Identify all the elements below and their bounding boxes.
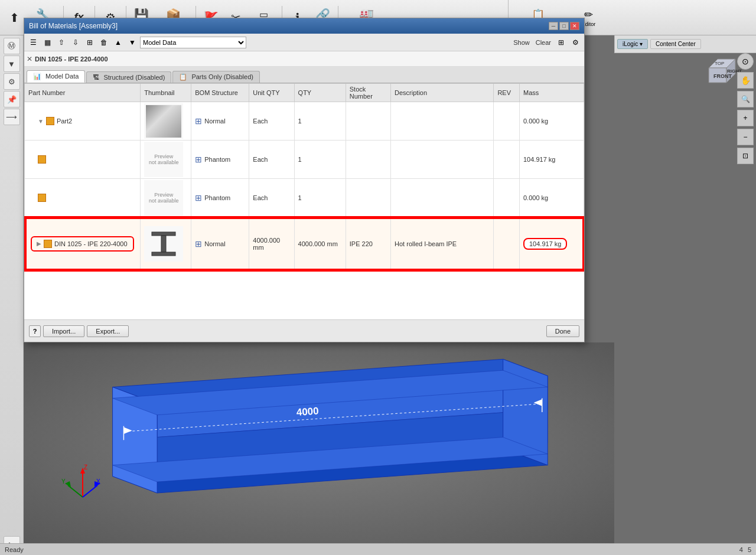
bom-type-dropdown[interactable]: Model Data Structured Parts Only (140, 37, 246, 48)
tb-grid-btn[interactable]: ▦ (41, 36, 54, 49)
dialog-maximize-button[interactable]: □ (559, 22, 569, 30)
thumbnail-ibeam (144, 226, 183, 262)
tb-list-btn[interactable]: ☰ (27, 36, 40, 49)
tab-structured[interactable]: 🏗 Structured (Disabled) (86, 71, 171, 83)
done-button[interactable]: Done (546, 325, 579, 337)
ibeam-svg (149, 229, 178, 259)
table-row[interactable]: Previewnot available ⊞ Phantom Each 1 (25, 141, 584, 179)
zoom-button[interactable]: 🔍 (737, 91, 754, 107)
thumbnail-gradient (144, 103, 183, 139)
table-row[interactable]: Previewnot available ⊞ Phantom Each 1 (25, 179, 584, 217)
structured-icon: 🏗 (93, 74, 99, 81)
update-icon: ⬆ (9, 11, 19, 25)
fit-all-button[interactable]: ⊡ (737, 148, 754, 164)
tb-columns-btn[interactable]: ⊞ (555, 36, 568, 49)
cell-unit-qty: Each (249, 102, 294, 141)
ilogic-tab[interactable]: iLogic ▾ (617, 39, 648, 49)
cell-thumbnail (141, 102, 191, 141)
content-center-tab[interactable]: Content Center (650, 39, 701, 49)
part-icon-selected (44, 240, 52, 248)
model-data-icon: 📊 (33, 73, 41, 80)
status-right: 4 5 (739, 546, 751, 553)
filter-value: DIN 1025 - IPE 220-4000 (35, 56, 108, 63)
tb-settings-btn[interactable]: ⚙ (569, 36, 582, 49)
cell-mass: 0.000 kg (519, 179, 584, 217)
export-button[interactable]: Export... (87, 325, 129, 337)
tab-parts-only[interactable]: 📋 Parts Only (Disabled) (172, 71, 260, 83)
coordinate-axes: Z Y X (59, 459, 106, 508)
mass-highlight-badge: 104.917 kg (523, 238, 567, 250)
dialog-minimize-button[interactable]: ─ (549, 22, 558, 30)
editor-icon: ✏ (584, 8, 593, 21)
tb-sort-asc-btn[interactable]: ⇧ (55, 36, 68, 49)
update-button[interactable]: ⬆ (2, 9, 26, 26)
tb-delete-btn[interactable]: 🗑 (97, 36, 110, 49)
cell-bom-structure: ⊞ Normal (191, 102, 249, 141)
part2-thumbnail (146, 105, 181, 138)
tb-filter-btn[interactable]: ⊞ (83, 36, 96, 49)
pan-button[interactable]: ✋ (737, 72, 754, 89)
dialog-close-button[interactable]: ✕ (570, 22, 579, 30)
svg-rect-2 (152, 252, 175, 256)
col-bom-structure: BOM Structure (191, 84, 249, 102)
sidebar-model-btn[interactable]: Ⓜ (4, 38, 20, 54)
sidebar-tool3-btn[interactable]: ⟶ (4, 109, 20, 125)
col-part-number: Part Number (25, 84, 141, 102)
clear-button[interactable]: Clear (533, 39, 553, 46)
viewport-controls: ⊙ ✋ 🔍 + − ⊡ (737, 53, 754, 164)
bom-table: Part Number Thumbnail BOM Structure Unit… (24, 83, 584, 270)
cell-rev (494, 102, 520, 141)
zoom-out-button[interactable]: − (737, 129, 754, 145)
statusbar: Ready 4 5 (0, 543, 756, 555)
cell-description (391, 141, 494, 179)
filter-search-icon: ✕ (27, 55, 32, 63)
show-button[interactable]: Show (511, 39, 532, 46)
sidebar-filter-btn[interactable]: ▼ (4, 56, 20, 72)
cell-rev (494, 141, 520, 179)
filter-bar: ✕ DIN 1025 - IPE 220-4000 (24, 51, 584, 67)
bom-table-container: Part Number Thumbnail BOM Structure Unit… (24, 83, 584, 319)
tb-move-down-btn[interactable]: ▼ (126, 36, 139, 49)
sidebar-tool2-btn[interactable]: 📌 (4, 91, 20, 107)
cell-rev-selected (494, 217, 520, 270)
import-button[interactable]: Import... (43, 325, 84, 337)
sidebar-tool1-btn[interactable]: ⚙ (4, 73, 20, 90)
cell-description-selected: Hot rolled I-beam IPE (391, 217, 494, 270)
expand-icon[interactable]: ▼ (38, 118, 44, 125)
col-description: Description (391, 84, 494, 102)
part-icon (38, 194, 46, 202)
footer-left: ? Import... Export... (29, 325, 129, 337)
cell-unit-qty: Each (249, 141, 294, 179)
bom-icon: ⊞ (195, 155, 202, 164)
cell-thumbnail: Previewnot available (141, 179, 191, 217)
footer-right: Done (546, 325, 579, 337)
cell-bom-structure-selected: ⊞ Normal (191, 217, 249, 270)
bom-icon-selected: ⊞ (195, 239, 202, 249)
svg-text:Y: Y (61, 478, 66, 485)
svg-line-26 (68, 485, 83, 497)
table-row-selected[interactable]: ▶ DIN 1025 - IPE 220-4000 (25, 217, 584, 270)
tab-model-data[interactable]: 📊 Model Data (27, 70, 85, 83)
parts-only-icon: 📋 (179, 73, 187, 80)
svg-text:FRONT: FRONT (713, 73, 732, 79)
cell-bom-structure: ⊞ Phantom (191, 141, 249, 179)
dialog-footer: ? Import... Export... Done (24, 319, 584, 342)
cell-stock-number (346, 141, 390, 179)
cell-qty: 1 (294, 102, 346, 141)
expand-selected-icon[interactable]: ▶ (37, 240, 41, 247)
dialog-title-buttons: ─ □ ✕ (549, 22, 579, 30)
dialog-toolbar: ☰ ▦ ⇧ ⇩ ⊞ 🗑 ▲ ▼ Model Data Structured Pa… (24, 34, 584, 51)
tb-move-up-btn[interactable]: ▲ (112, 36, 125, 49)
bom-dialog: Bill of Materials [Assembly3] ─ □ ✕ ☰ ▦ … (24, 18, 585, 342)
col-stock-number: Stock Number (346, 84, 390, 102)
status-text: Ready (5, 546, 24, 553)
col-rev: REV (494, 84, 520, 102)
viewport-svg: 4000 (24, 342, 614, 543)
tb-sort-desc-btn[interactable]: ⇩ (69, 36, 82, 49)
help-button[interactable]: ? (29, 325, 41, 337)
orbit-button[interactable]: ⊙ (737, 53, 754, 70)
table-row[interactable]: ▼ Part2 ⊞ Normal (25, 102, 584, 141)
svg-text:X: X (96, 478, 100, 485)
zoom-in-button[interactable]: + (737, 110, 754, 126)
cell-bom-structure: ⊞ Phantom (191, 179, 249, 217)
